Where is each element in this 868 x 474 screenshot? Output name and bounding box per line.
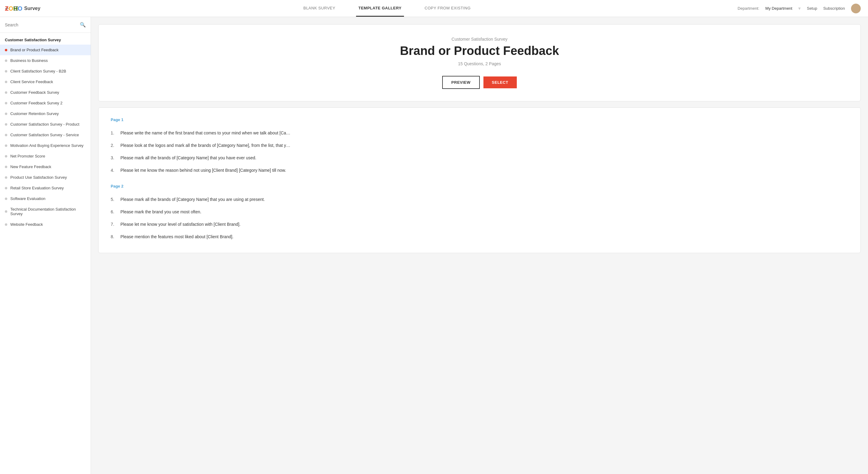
preview-card: Customer Satisfaction Survey Brand or Pr… bbox=[98, 24, 861, 101]
sidebar-dot bbox=[5, 113, 7, 115]
questions-container: Page 11.Please write the name of the fir… bbox=[111, 117, 848, 243]
sidebar-item-label: Motivation And Buying Experience Survey bbox=[10, 143, 84, 148]
search-input[interactable] bbox=[5, 23, 78, 27]
question-number: 4. bbox=[111, 167, 117, 174]
tab-copy[interactable]: COPY FROM EXISTING bbox=[422, 0, 473, 17]
sidebar-section-title: Customer Satisfaction Survey bbox=[0, 33, 91, 45]
nav-tabs: BLANK SURVEY TEMPLATE GALLERY COPY FROM … bbox=[36, 0, 738, 17]
search-box: 🔍 bbox=[0, 17, 91, 33]
subscription-link[interactable]: Subscription bbox=[823, 6, 845, 11]
sidebar-item-label: Client Satisfaction Survey - B2B bbox=[10, 69, 66, 73]
questions-card: Page 11.Please write the name of the fir… bbox=[98, 108, 861, 253]
sidebar-dot bbox=[5, 223, 7, 226]
tab-template[interactable]: TEMPLATE GALLERY bbox=[356, 0, 404, 17]
tab-blank[interactable]: BLANK SURVEY bbox=[301, 0, 338, 17]
question-number: 3. bbox=[111, 155, 117, 161]
question-text: Please mark the brand you use most often… bbox=[120, 209, 202, 215]
logo: ZOHO bbox=[5, 5, 23, 12]
main-content: Customer Satisfaction Survey Brand or Pr… bbox=[91, 17, 868, 474]
logo-text: Survey bbox=[24, 6, 40, 11]
question-text: Please look at the logos and mark all th… bbox=[120, 142, 290, 149]
sidebar-item-label: Customer Retention Survey bbox=[10, 111, 59, 116]
sidebar-item-label: Product Use Satisfaction Survey bbox=[10, 175, 67, 180]
sidebar-item-new-feature[interactable]: New Feature Feedback bbox=[0, 161, 91, 172]
sidebar-dot bbox=[5, 210, 7, 213]
sidebar-item-cust-retention[interactable]: Customer Retention Survey bbox=[0, 108, 91, 119]
sidebar-dot bbox=[5, 155, 7, 157]
sidebar-item-website[interactable]: Website Feedback bbox=[0, 219, 91, 230]
question-text: Please mention the features most liked a… bbox=[120, 234, 234, 240]
top-nav: + ☰ ZOHO Survey BLANK SURVEY TEMPLATE GA… bbox=[0, 0, 868, 17]
question-item: 7.Please let me know your level of satis… bbox=[111, 218, 848, 231]
sidebar-item-label: New Feature Feedback bbox=[10, 165, 51, 169]
sidebar-dot bbox=[5, 187, 7, 189]
question-text: Please mark all the brands of [Category … bbox=[120, 155, 256, 161]
question-text: Please mark all the brands of [Category … bbox=[120, 196, 265, 203]
question-number: 1. bbox=[111, 130, 117, 136]
page-label-1: Page 1 bbox=[111, 117, 848, 122]
sidebar-dot bbox=[5, 102, 7, 105]
avatar[interactable] bbox=[851, 4, 861, 13]
sidebar-item-label: Customer Satisfaction Survey - Product bbox=[10, 122, 80, 126]
sidebar-item-cust-feedback[interactable]: Customer Feedback Survey bbox=[0, 87, 91, 98]
sidebar-item-client-b2b[interactable]: Client Satisfaction Survey - B2B bbox=[0, 66, 91, 77]
sidebar-item-label: Customer Satisfaction Survey - Service bbox=[10, 132, 79, 137]
question-item: 5.Please mark all the brands of [Categor… bbox=[111, 193, 848, 206]
dept-select[interactable]: My Department bbox=[766, 6, 793, 11]
sidebar-item-b2b[interactable]: Business to Business bbox=[0, 55, 91, 66]
sidebar-item-label: Business to Business bbox=[10, 58, 48, 63]
sidebar-item-label: Brand or Product Feedback bbox=[10, 48, 59, 52]
question-item: 3.Please mark all the brands of [Categor… bbox=[111, 152, 848, 164]
sidebar-item-cust-sat-product[interactable]: Customer Satisfaction Survey - Product bbox=[0, 119, 91, 129]
question-number: 2. bbox=[111, 142, 117, 149]
question-number: 5. bbox=[111, 196, 117, 203]
sidebar-item-motivation[interactable]: Motivation And Buying Experience Survey bbox=[0, 140, 91, 151]
sidebar-item-cust-sat-service[interactable]: Customer Satisfaction Survey - Service bbox=[0, 129, 91, 140]
sidebar-items-container: Brand or Product FeedbackBusiness to Bus… bbox=[0, 45, 91, 230]
search-icon[interactable]: 🔍 bbox=[80, 22, 86, 28]
sidebar-dot bbox=[5, 70, 7, 72]
preview-meta: 15 Questions, 2 Pages bbox=[111, 61, 848, 66]
sidebar-item-brand[interactable]: Brand or Product Feedback bbox=[0, 45, 91, 55]
sidebar-item-label: Website Feedback bbox=[10, 222, 43, 227]
sidebar-item-tech-doc[interactable]: Technical Documentation Satisfaction Sur… bbox=[0, 204, 91, 219]
sidebar-item-cust-feedback2[interactable]: Customer Feedback Survey 2 bbox=[0, 98, 91, 108]
sidebar-item-label: Client Service Feedback bbox=[10, 80, 53, 84]
sidebar-dot bbox=[5, 81, 7, 83]
sidebar-item-label: Customer Feedback Survey 2 bbox=[10, 101, 62, 105]
question-item: 6.Please mark the brand you use most oft… bbox=[111, 206, 848, 218]
sidebar-item-software[interactable]: Software Evaluation bbox=[0, 193, 91, 204]
sidebar-item-label: Software Evaluation bbox=[10, 196, 45, 201]
sidebar-item-label: Retail Store Evaluation Survey bbox=[10, 186, 64, 190]
preview-actions: PREVIEW SELECT bbox=[111, 76, 848, 89]
page-label-2: Page 2 bbox=[111, 184, 848, 188]
preview-button[interactable]: PREVIEW bbox=[442, 76, 479, 89]
sidebar-item-label: Net Promoter Score bbox=[10, 154, 45, 158]
question-list-page-1: 1.Please write the name of the first bra… bbox=[111, 127, 848, 177]
sidebar-item-label: Customer Feedback Survey bbox=[10, 90, 59, 95]
sidebar-item-nps[interactable]: Net Promoter Score bbox=[0, 151, 91, 161]
sidebar-dot bbox=[5, 123, 7, 126]
dept-label: Department: bbox=[738, 6, 760, 11]
sidebar-item-product-use[interactable]: Product Use Satisfaction Survey bbox=[0, 172, 91, 183]
setup-link[interactable]: Setup bbox=[807, 6, 817, 11]
sidebar-dot bbox=[5, 59, 7, 62]
question-text: Please let me know the reason behind not… bbox=[120, 167, 286, 174]
question-item: 4.Please let me know the reason behind n… bbox=[111, 164, 848, 177]
sidebar-dot bbox=[5, 49, 7, 51]
question-text: Please write the name of the first brand… bbox=[120, 130, 290, 136]
question-item: 1.Please write the name of the first bra… bbox=[111, 127, 848, 139]
sidebar-item-retail[interactable]: Retail Store Evaluation Survey bbox=[0, 183, 91, 193]
sidebar-item-client-service[interactable]: Client Service Feedback bbox=[0, 77, 91, 87]
question-number: 8. bbox=[111, 234, 117, 240]
sidebar-dot bbox=[5, 91, 7, 94]
nav-right: Department: My Department ▾ Setup Subscr… bbox=[738, 4, 868, 13]
question-item: 8.Please mention the features most liked… bbox=[111, 231, 848, 243]
preview-title: Brand or Product Feedback bbox=[111, 44, 848, 58]
preview-category: Customer Satisfaction Survey bbox=[111, 37, 848, 41]
sidebar-dot bbox=[5, 198, 7, 200]
question-item: 2.Please look at the logos and mark all … bbox=[111, 139, 848, 152]
select-button[interactable]: SELECT bbox=[484, 77, 517, 88]
question-number: 7. bbox=[111, 221, 117, 228]
question-text: Please let me know your level of satisfa… bbox=[120, 221, 241, 228]
